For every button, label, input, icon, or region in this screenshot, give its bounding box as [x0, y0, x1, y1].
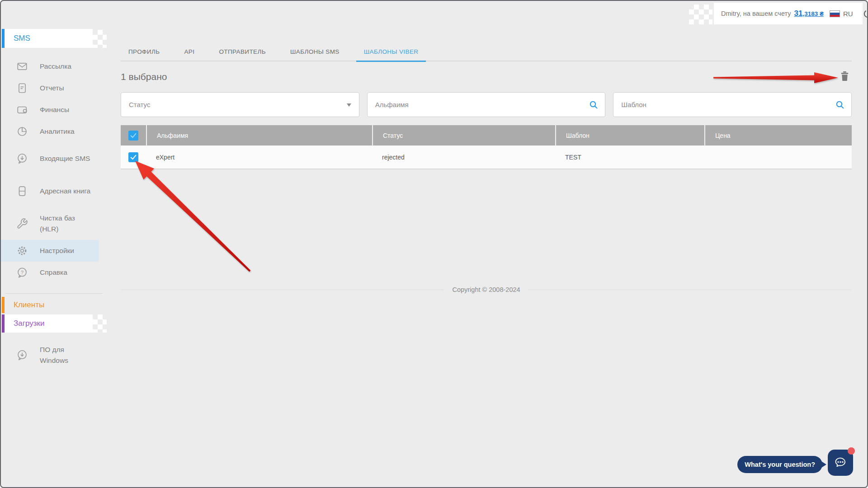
sidebar-item-incoming-sms[interactable]: Входящие SMS	[1, 142, 99, 175]
column-header-status[interactable]: Статус	[372, 125, 555, 145]
sidebar-item-analytics[interactable]: Аналитика	[1, 121, 99, 142]
sidebar-item-settings[interactable]: Настройки	[1, 240, 99, 262]
select-all-checkbox[interactable]	[128, 131, 138, 141]
help-icon: ?	[16, 267, 28, 278]
cell-status: rejected	[372, 145, 555, 169]
sidebar-item-label: Настройки	[40, 245, 93, 256]
sidebar-item-label: Рассылка	[40, 61, 93, 72]
column-header-alpha-name[interactable]: Альфаимя	[146, 125, 372, 145]
copyright-text: Copyright © 2008-2024	[452, 286, 520, 293]
search-icon[interactable]	[835, 99, 845, 112]
wrench-icon	[16, 218, 28, 230]
sidebar-item-finance[interactable]: Финансы	[1, 99, 99, 121]
bubble-download-icon	[16, 153, 28, 164]
annotation-arrow-to-checkbox	[134, 160, 252, 273]
sidebar-item-label: ПО для Windows	[40, 344, 93, 366]
table-header-row: Альфаимя Статус Шаблон Цена	[121, 125, 852, 145]
column-header-template[interactable]: Шаблон	[555, 125, 704, 145]
sidebar-section-clients[interactable]: Клиенты	[2, 297, 93, 313]
search-icon[interactable]	[588, 99, 599, 112]
sidebar-item-reports[interactable]: Отчеты	[1, 77, 99, 99]
chat-prompt-bubble[interactable]: What's your question?	[737, 456, 822, 473]
sidebar-section-downloads-label: Загрузки	[14, 319, 44, 328]
sidebar-section-sms[interactable]: SMS	[2, 29, 93, 48]
template-filter	[613, 92, 852, 117]
notification-dot	[848, 447, 855, 455]
sidebar-item-windows-software[interactable]: ПО для Windows	[1, 339, 99, 371]
sidebar-section-downloads[interactable]: Загрузки	[2, 314, 93, 333]
status-select[interactable]	[121, 93, 359, 117]
trash-icon	[840, 70, 850, 82]
status-filter	[121, 92, 359, 117]
header-checkbox-cell	[121, 125, 146, 145]
chevron-down-icon[interactable]	[347, 103, 351, 107]
envelope-icon	[16, 61, 28, 72]
sidebar-section-sms-label: SMS	[14, 34, 30, 43]
address-book-icon	[16, 185, 28, 197]
wallet-icon	[16, 104, 28, 116]
column-header-price[interactable]: Цена	[704, 125, 852, 145]
delete-selected-button[interactable]	[840, 70, 850, 83]
alpha-name-search-input[interactable]	[368, 93, 605, 117]
sidebar-menu: Рассылка Отчеты Финансы Аналитика	[1, 56, 106, 283]
sidebar-item-hlr-cleaning[interactable]: Чистка баз (HLR)	[1, 207, 99, 240]
sidebar-item-mailing[interactable]: Рассылка	[1, 56, 99, 77]
sidebar-item-label: Адресная книга	[40, 186, 93, 197]
alpha-name-filter	[367, 92, 606, 117]
sidebar-item-label: Справка	[40, 267, 93, 278]
cell-price	[704, 145, 852, 169]
annotation-arrow-to-delete	[712, 70, 839, 86]
sidebar-item-address-book[interactable]: Адресная книга	[1, 175, 99, 207]
sms-accent-bar	[2, 29, 5, 48]
divider-line	[121, 290, 444, 290]
divider-line	[528, 290, 852, 290]
sidebar-item-label: Входящие SMS	[40, 153, 93, 164]
filters-row	[121, 92, 852, 117]
chat-icon	[833, 455, 848, 470]
tab-api[interactable]: API	[176, 48, 202, 62]
tab-profile[interactable]: ПРОФИЛЬ	[121, 48, 167, 62]
sidebar-item-label: Отчеты	[40, 83, 93, 94]
cell-template: TEST	[555, 145, 704, 169]
sidebar-item-label: Чистка баз (HLR)	[40, 213, 93, 235]
sidebar-section-clients-label: Клиенты	[14, 300, 44, 310]
sidebar: SMS Рассылка Отчеты Финансы	[1, 1, 106, 487]
template-search-input[interactable]	[613, 93, 851, 117]
app-window: Dmitry, на вашем счету 31,3183 ₴ RU SMS …	[0, 0, 868, 488]
document-icon	[16, 82, 28, 94]
chat-prompt-text: What's your question?	[745, 461, 815, 468]
gear-icon	[16, 245, 28, 257]
pie-chart-icon	[16, 126, 28, 137]
sidebar-item-help[interactable]: ? Справка	[1, 262, 99, 283]
tab-bar: ПРОФИЛЬ API ОТПРАВИТЕЛЬ ШАБЛОНЫ SMS ШАБЛ…	[121, 44, 852, 61]
copyright-footer: Copyright © 2008-2024	[121, 286, 852, 293]
chat-launcher-button[interactable]	[828, 450, 853, 476]
clients-accent-bar	[2, 297, 5, 313]
sidebar-item-label: Финансы	[40, 104, 93, 115]
sidebar-item-label: Аналитика	[40, 126, 93, 137]
tab-viber-templates[interactable]: ШАБЛОНЫ VIBER	[356, 48, 426, 62]
selected-count-label: 1 выбрано	[121, 71, 167, 82]
svg-text:?: ?	[21, 270, 24, 275]
tab-sender[interactable]: ОТПРАВИТЕЛЬ	[211, 48, 274, 62]
sidebar-divider	[5, 293, 103, 294]
check-icon	[129, 131, 137, 140]
downloads-accent-bar	[2, 314, 5, 333]
tab-sms-templates[interactable]: ШАБЛОНЫ SMS	[283, 48, 347, 62]
download-icon	[16, 349, 28, 361]
